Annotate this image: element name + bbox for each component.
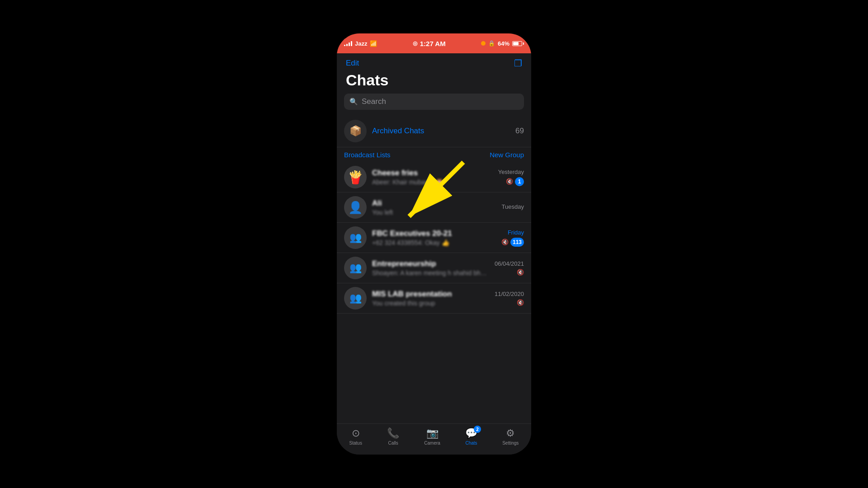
chat-meta-5: 11/02/2020 🔇 xyxy=(495,291,524,306)
battery-body xyxy=(512,41,522,46)
tab-calls[interactable]: 📞 Calls xyxy=(387,427,399,446)
signal-bar-1 xyxy=(344,45,345,46)
camera-tab-icon: 📷 xyxy=(426,427,439,439)
signal-bar-4 xyxy=(351,41,352,46)
signal-bar-2 xyxy=(346,44,348,46)
chat-meta-3: Friday 🔇 113 xyxy=(501,229,524,247)
top-nav: Edit ❐ xyxy=(337,53,531,71)
chat-name-3: FBC Executives 20-21 xyxy=(372,229,496,238)
chat-badges-4: 🔇 xyxy=(517,269,524,276)
chat-preview-1: Abeer: Khair mubarak 🎇 xyxy=(372,178,493,186)
avatar-icon-5: 👥 xyxy=(349,292,362,304)
chat-meta-1: Yesterday 🔇 1 xyxy=(498,169,524,186)
mute-icon-4: 🔇 xyxy=(517,269,524,276)
chat-preview-5: You created this group xyxy=(372,300,489,307)
search-placeholder: Search xyxy=(362,97,386,106)
chat-time-1: Yesterday xyxy=(498,169,524,175)
battery-percent: 64% xyxy=(498,40,509,47)
settings-tab-icon: ⚙ xyxy=(506,427,515,439)
tab-status[interactable]: ⊙ Status xyxy=(349,427,362,446)
chat-name-5: MIS LAB presentation xyxy=(372,290,489,299)
archive-icon: 📦 xyxy=(344,120,367,142)
status-right: 🔒 64% xyxy=(481,40,524,47)
calls-tab-icon: 📞 xyxy=(387,427,399,439)
chat-time-2: Tuesday xyxy=(502,203,524,210)
status-center: ◎ 1:27 AM xyxy=(413,40,446,47)
tab-bar: ⊙ Status 📞 Calls 📷 Camera 💬 2 Chats ⚙ Se… xyxy=(337,423,531,455)
status-tab-label: Status xyxy=(349,441,362,446)
section-header: Broadcast Lists New Group xyxy=(337,147,531,162)
phone-container: Jazz 📶 ◎ 1:27 AM 🔒 64% Edit ❐ xyxy=(337,33,531,455)
chat-time-4: 06/04/2021 xyxy=(495,260,524,267)
chats-tab-badge: 2 xyxy=(474,426,481,433)
avatar-3: 👥 xyxy=(344,226,367,249)
chat-details-3: FBC Executives 20-21 +62 324 4338554: Ok… xyxy=(372,229,496,246)
content-area: Edit ❐ Chats 🔍 Search 📦 Archived Chats 6… xyxy=(337,53,531,423)
broadcast-lists-link[interactable]: Broadcast Lists xyxy=(344,151,391,159)
tab-camera[interactable]: 📷 Camera xyxy=(424,427,440,446)
avatar-icon-2: 👤 xyxy=(348,201,363,215)
signal-bars xyxy=(344,41,352,46)
time-label: 1:27 AM xyxy=(420,40,446,47)
edit-button[interactable]: Edit xyxy=(346,59,359,68)
avatar-4: 👥 xyxy=(344,257,367,279)
chat-details-5: MIS LAB presentation You created this gr… xyxy=(372,290,489,307)
mute-icon-1: 🔇 xyxy=(506,178,513,185)
search-icon: 🔍 xyxy=(349,98,358,106)
badge-3: 113 xyxy=(510,238,524,247)
mute-icon-5: 🔇 xyxy=(517,299,524,306)
chat-details-1: Cheese fries Abeer: Khair mubarak 🎇 xyxy=(372,169,493,186)
settings-tab-label: Settings xyxy=(502,441,519,446)
avatar-5: 👥 xyxy=(344,287,367,310)
chat-item-3[interactable]: 👥 FBC Executives 20-21 +62 324 4338554: … xyxy=(337,223,531,253)
chat-meta-2: Tuesday xyxy=(502,203,524,212)
avatar-2: 👤 xyxy=(344,196,367,219)
calls-tab-label: Calls xyxy=(388,441,398,446)
carrier-label: Jazz xyxy=(355,40,367,47)
camera-tab-label: Camera xyxy=(424,441,440,446)
new-group-link[interactable]: New Group xyxy=(490,151,524,159)
chat-item-5[interactable]: 👥 MIS LAB presentation You created this … xyxy=(337,283,531,314)
chat-time-5: 11/02/2020 xyxy=(495,291,524,297)
chat-name-2: Ali xyxy=(372,199,496,208)
avatar-icon-4: 👥 xyxy=(349,262,362,274)
chat-preview-3: +62 324 4338554: Okay 👍 xyxy=(372,239,496,246)
chat-preview-2: You left xyxy=(372,209,496,216)
location-dot: ◎ xyxy=(413,40,417,47)
archived-chats-row[interactable]: 📦 Archived Chats 69 xyxy=(337,115,531,147)
archived-count: 69 xyxy=(515,127,524,136)
archived-label: Archived Chats xyxy=(372,127,510,136)
orange-dot xyxy=(481,41,486,46)
page-title: Chats xyxy=(346,71,522,89)
tab-settings[interactable]: ⚙ Settings xyxy=(502,427,519,446)
signal-bar-3 xyxy=(349,42,350,46)
badge-1: 1 xyxy=(515,177,524,186)
chat-details-4: Entrepreneurship Shoayen: A karen meetin… xyxy=(372,259,489,277)
chat-meta-4: 06/04/2021 🔇 xyxy=(495,260,524,276)
chat-badges-1: 🔇 1 xyxy=(506,177,524,186)
wifi-icon: 📶 xyxy=(370,40,377,47)
tab-chats[interactable]: 💬 2 Chats xyxy=(465,427,477,446)
status-left: Jazz 📶 xyxy=(344,40,377,47)
avatar-1: 🍟 xyxy=(344,166,367,188)
chat-badges-5: 🔇 xyxy=(517,299,524,306)
chat-item-2[interactable]: 👤 Ali You left Tuesday xyxy=(337,192,531,223)
page-title-container: Chats xyxy=(337,71,531,94)
lock-icon: 🔒 xyxy=(488,40,495,47)
search-bar[interactable]: 🔍 Search xyxy=(344,94,524,110)
battery-tip xyxy=(523,42,524,45)
avatar-icon-3: 👥 xyxy=(349,232,362,244)
chat-preview-4: Shoayen: A karen meeting h shahid bhai k… xyxy=(372,269,489,277)
chat-list: 📦 Archived Chats 69 Broadcast Lists New … xyxy=(337,115,531,423)
chats-tab-label: Chats xyxy=(465,441,477,446)
chat-name-1: Cheese fries xyxy=(372,169,493,178)
chat-item-4[interactable]: 👥 Entrepreneurship Shoayen: A karen meet… xyxy=(337,253,531,283)
status-bar: Jazz 📶 ◎ 1:27 AM 🔒 64% xyxy=(337,33,531,53)
chat-time-3: Friday xyxy=(508,229,524,236)
battery-icon xyxy=(512,41,524,46)
chat-item-1[interactable]: 🍟 Cheese fries Abeer: Khair mubarak 🎇 Ye… xyxy=(337,162,531,192)
chat-name-4: Entrepreneurship xyxy=(372,259,489,268)
chat-details-2: Ali You left xyxy=(372,199,496,216)
chats-tab-icon: 💬 2 xyxy=(465,427,477,439)
compose-button[interactable]: ❐ xyxy=(514,58,522,69)
